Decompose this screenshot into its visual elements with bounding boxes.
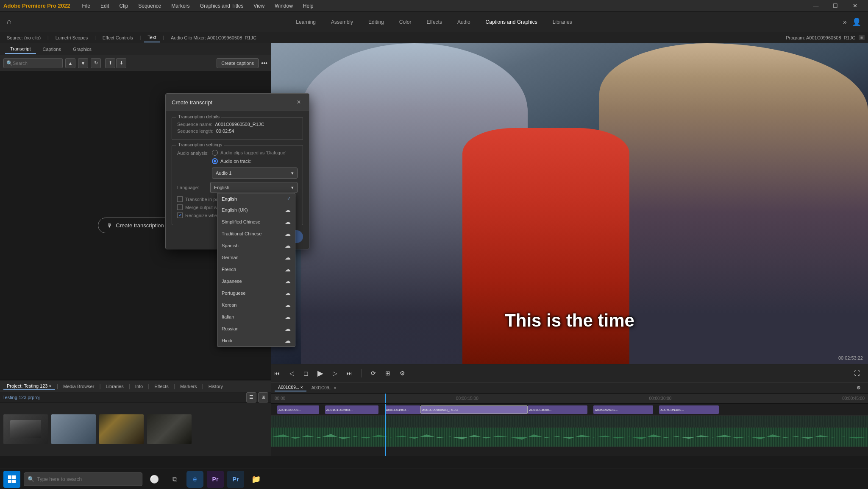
settings-button[interactable]: ⚙ bbox=[396, 367, 408, 379]
thumbnail-1[interactable] bbox=[3, 414, 48, 444]
modal-close-button[interactable]: × bbox=[295, 98, 303, 106]
taskbar-search-input[interactable] bbox=[37, 476, 139, 482]
more-tabs-button[interactable]: » bbox=[843, 18, 847, 26]
toggle-down-button[interactable]: ⬇ bbox=[116, 58, 126, 68]
minimize-button[interactable]: — bbox=[806, 0, 826, 12]
tab-graphics[interactable]: Graphics bbox=[68, 45, 97, 53]
lang-option-english[interactable]: English ✓ bbox=[217, 193, 295, 204]
tab-color[interactable]: Color bbox=[392, 17, 418, 28]
timeline-settings-button[interactable]: ⚙ bbox=[853, 382, 865, 394]
clip-v1-2[interactable]: A001C1302960... bbox=[325, 405, 379, 414]
taskbar-edge-button[interactable]: e bbox=[186, 471, 203, 488]
nav-up-button[interactable]: ▲ bbox=[65, 58, 75, 68]
taskbar-search-button[interactable]: ⚪ bbox=[146, 471, 163, 488]
lang-option-hindi[interactable]: Hindi ☁ bbox=[217, 335, 295, 346]
lang-option-simplified-chinese[interactable]: Simplified Chinese ☁ bbox=[217, 216, 295, 228]
tab-learning[interactable]: Learning bbox=[289, 17, 323, 28]
thumbnail-2[interactable] bbox=[51, 414, 96, 444]
clip-v1-3[interactable]: A001C04960... bbox=[385, 405, 420, 414]
lang-option-italian[interactable]: Italian ☁ bbox=[217, 311, 295, 323]
radio-dialogue[interactable] bbox=[212, 150, 218, 156]
source-tab-effect[interactable]: Effect Controls bbox=[99, 34, 136, 42]
taskbar-premiere-button[interactable]: Pr bbox=[207, 471, 224, 488]
timeline-tab-1[interactable]: A001C09... × bbox=[275, 384, 306, 391]
full-screen-button[interactable]: ⛶ bbox=[851, 367, 863, 379]
taskbar-files-button[interactable]: 📁 bbox=[248, 471, 264, 488]
tab-captions[interactable]: Captions bbox=[38, 45, 66, 53]
tab-libraries[interactable]: Libraries bbox=[546, 17, 579, 28]
menu-help[interactable]: Help bbox=[301, 2, 315, 10]
search-input[interactable] bbox=[13, 61, 60, 66]
lang-option-english-uk[interactable]: English (UK) ☁ bbox=[217, 204, 295, 216]
menu-sequence[interactable]: Sequence bbox=[136, 2, 163, 10]
more-options-button[interactable]: ••• bbox=[261, 60, 267, 67]
tab-media-browser[interactable]: Media Browser bbox=[60, 383, 97, 390]
profile-icon[interactable]: 👤 bbox=[852, 17, 861, 27]
thumbnail-3[interactable] bbox=[99, 414, 144, 444]
menu-graphics[interactable]: Graphics and Titles bbox=[198, 2, 245, 10]
taskbar-premiere-alt-button[interactable]: Pr bbox=[227, 471, 244, 488]
project-grid-view[interactable]: ⊞ bbox=[258, 392, 268, 402]
audio-track-dropdown[interactable]: Audio 1 ▾ bbox=[212, 168, 298, 179]
tab-project[interactable]: Project: Testing 123 × bbox=[3, 383, 55, 390]
menu-clip[interactable]: Clip bbox=[118, 2, 130, 10]
tab-captions-graphics[interactable]: Captions and Graphics bbox=[479, 17, 544, 28]
clip-v1-4[interactable]: A001C09960508_R1JC bbox=[420, 405, 528, 414]
home-icon[interactable]: ⌂ bbox=[7, 17, 11, 26]
tab-history[interactable]: History bbox=[205, 383, 226, 390]
tab-editing[interactable]: Editing bbox=[362, 17, 391, 28]
source-tab-audioclip[interactable]: Audio Clip Mixer: A001C09960508_R1JC bbox=[167, 34, 260, 42]
lang-option-japanese[interactable]: Japanese ☁ bbox=[217, 275, 295, 287]
tab-effects[interactable]: Effects bbox=[420, 17, 448, 28]
search-box[interactable]: 🔍 bbox=[3, 58, 63, 68]
taskbar-search-bar[interactable]: 🔍 bbox=[24, 472, 142, 486]
menu-markers[interactable]: Markers bbox=[170, 2, 191, 10]
recognize-checkbox[interactable]: ✓ bbox=[177, 212, 183, 218]
clip-v1-1[interactable]: A001C09990... bbox=[277, 405, 319, 414]
lang-option-traditional-chinese[interactable]: Traditional Chinese ☁ bbox=[217, 228, 295, 240]
source-tab-lumetri[interactable]: Lumetri Scopes bbox=[52, 34, 91, 42]
start-button[interactable] bbox=[3, 471, 20, 488]
lang-option-russian[interactable]: Russian ☁ bbox=[217, 323, 295, 335]
lang-option-portuguese[interactable]: Portuguese ☁ bbox=[217, 287, 295, 299]
clip-v1-6[interactable]: A005C9260S... bbox=[593, 405, 653, 414]
close-button[interactable]: ✕ bbox=[845, 0, 865, 12]
timeline-tab-2[interactable]: A001C09... × bbox=[308, 385, 340, 391]
maximize-button[interactable]: ☐ bbox=[826, 0, 845, 12]
clip-v1-5[interactable]: A001C04060... bbox=[528, 405, 587, 414]
source-tab-text[interactable]: Text bbox=[144, 33, 159, 42]
stop-button[interactable]: ◻ bbox=[300, 367, 312, 379]
taskbar-taskview-button[interactable]: ⧉ bbox=[166, 471, 183, 488]
project-list-view[interactable]: ☰ bbox=[246, 392, 256, 402]
lang-option-french[interactable]: French ☁ bbox=[217, 263, 295, 275]
menu-window[interactable]: Window bbox=[273, 2, 295, 10]
refresh-button[interactable]: ↻ bbox=[91, 58, 101, 68]
create-captions-button[interactable]: Create captions bbox=[217, 58, 259, 68]
thumbnail-4[interactable] bbox=[147, 414, 192, 444]
transcribe-checkbox[interactable] bbox=[177, 196, 183, 202]
menu-file[interactable]: File bbox=[81, 2, 92, 10]
source-tab-noclip[interactable]: Source: (no clip) bbox=[3, 34, 44, 42]
play-forward-button[interactable]: ▷ bbox=[329, 367, 341, 379]
loop-button[interactable]: ⟳ bbox=[367, 367, 379, 379]
create-transcription-button[interactable]: 🎙 Create transcription bbox=[98, 218, 172, 233]
merge-checkbox[interactable] bbox=[177, 204, 183, 210]
lang-option-spanish[interactable]: Spanish ☁ bbox=[217, 240, 295, 251]
lang-option-korean[interactable]: Korean ☁ bbox=[217, 299, 295, 311]
lang-option-german[interactable]: German ☁ bbox=[217, 251, 295, 263]
tab-markers[interactable]: Markers bbox=[177, 383, 200, 390]
play-back-button[interactable]: ◁ bbox=[286, 367, 298, 379]
menu-view[interactable]: View bbox=[252, 2, 266, 10]
menu-edit[interactable]: Edit bbox=[99, 2, 111, 10]
safe-margins-button[interactable]: ⊞ bbox=[382, 367, 394, 379]
tab-transcript[interactable]: Transcript bbox=[5, 45, 36, 54]
toggle-up-button[interactable]: ⬆ bbox=[105, 58, 115, 68]
play-button[interactable]: ▶ bbox=[314, 367, 326, 379]
language-dropdown[interactable]: English ▾ bbox=[210, 182, 298, 193]
tab-libraries[interactable]: Libraries bbox=[103, 383, 127, 390]
radio-audio-track[interactable] bbox=[212, 158, 218, 164]
tab-effects[interactable]: Effects bbox=[151, 383, 172, 390]
clip-v1-7[interactable]: A005C9N40S... bbox=[659, 405, 719, 414]
nav-down-button[interactable]: ▼ bbox=[78, 58, 88, 68]
tab-audio[interactable]: Audio bbox=[451, 17, 477, 28]
